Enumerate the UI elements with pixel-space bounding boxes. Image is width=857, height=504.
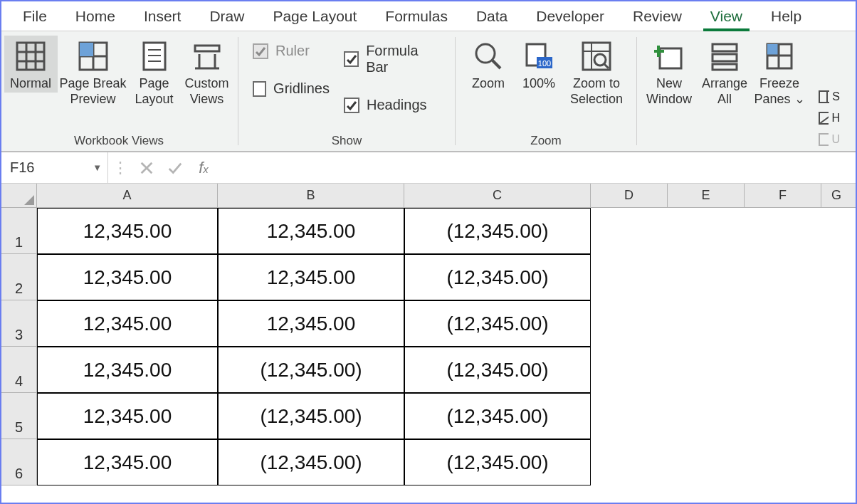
name-box[interactable]: F16 ▼ <box>1 152 108 183</box>
cell-C4[interactable]: (12,345.00) <box>404 347 591 393</box>
zoom-to-selection-button[interactable]: Zoom to Selection <box>564 36 629 108</box>
tab-draw[interactable]: Draw <box>195 4 258 29</box>
enter-formula-button[interactable] <box>161 152 189 183</box>
row-header[interactable]: 2 <box>1 254 37 300</box>
col-header-f[interactable]: F <box>745 184 821 207</box>
zoom-button[interactable]: Zoom <box>463 36 514 93</box>
insert-function-button[interactable]: fx <box>189 152 218 183</box>
new-window-button[interactable]: New Window <box>641 36 698 108</box>
row-header[interactable]: 1 <box>1 208 37 254</box>
cell-F4[interactable] <box>745 347 821 393</box>
row-header[interactable]: 3 <box>1 300 37 347</box>
cell-F5[interactable] <box>745 393 821 439</box>
cell-A5[interactable]: 12,345.00 <box>37 393 218 439</box>
formula-input[interactable] <box>218 152 856 183</box>
cell-C5[interactable]: (12,345.00) <box>404 393 591 439</box>
tab-home[interactable]: Home <box>61 4 130 29</box>
cell-D4[interactable] <box>591 347 668 393</box>
gridlines-label: Gridlines <box>273 80 330 97</box>
cell-C6[interactable]: (12,345.00) <box>404 439 591 485</box>
normal-view-button[interactable]: Normal <box>4 36 58 93</box>
cell-C3[interactable]: (12,345.00) <box>404 300 591 347</box>
page-break-preview-button[interactable]: Page Break Preview <box>58 36 129 108</box>
freeze-panes-button[interactable]: * Freeze Panes ⌄ <box>752 36 807 108</box>
cell-C2[interactable]: (12,345.00) <box>404 254 591 300</box>
cell-E4[interactable] <box>668 347 745 393</box>
cell-B1[interactable]: 12,345.00 <box>218 208 404 254</box>
cell-F2[interactable] <box>745 254 821 300</box>
tab-insert[interactable]: Insert <box>130 4 196 29</box>
cell-G3[interactable] <box>821 300 851 347</box>
cell-E2[interactable] <box>668 254 745 300</box>
cell-A2[interactable]: 12,345.00 <box>37 254 218 300</box>
tab-help[interactable]: Help <box>757 4 816 29</box>
formula-bar-checkbox[interactable]: Formula Bar <box>344 43 441 75</box>
cell-G5[interactable] <box>821 393 851 439</box>
cell-D5[interactable] <box>591 393 668 439</box>
col-header-g[interactable]: G <box>821 184 851 207</box>
cell-B3[interactable]: 12,345.00 <box>218 300 404 347</box>
cell-G2[interactable] <box>821 254 851 300</box>
col-header-c[interactable]: C <box>404 184 591 207</box>
gridlines-checkbox[interactable]: Gridlines <box>253 80 330 97</box>
cell-E3[interactable] <box>668 300 745 347</box>
cell-C1[interactable]: (12,345.00) <box>404 208 591 254</box>
unhide-label-partial: U <box>831 133 840 146</box>
cell-F6[interactable] <box>745 439 821 485</box>
tab-view[interactable]: View <box>696 4 757 29</box>
cell-A4[interactable]: 12,345.00 <box>37 347 218 393</box>
cell-A3[interactable]: 12,345.00 <box>37 300 218 347</box>
window-group-label <box>644 147 804 149</box>
tab-page-layout[interactable]: Page Layout <box>258 4 371 29</box>
col-header-d[interactable]: D <box>591 184 668 207</box>
headings-checkbox[interactable]: Headings <box>344 97 441 113</box>
col-header-a[interactable]: A <box>37 184 218 207</box>
unhide-button-partial[interactable]: U <box>819 132 840 147</box>
cell-F1[interactable] <box>745 208 821 254</box>
cell-G6[interactable] <box>821 439 851 485</box>
cell-D6[interactable] <box>591 439 668 485</box>
select-all-corner[interactable] <box>1 184 37 207</box>
tab-developer[interactable]: Developer <box>522 4 619 29</box>
custom-views-button[interactable]: Custom Views <box>180 36 234 108</box>
row-header[interactable]: 4 <box>1 347 37 393</box>
cell-D3[interactable] <box>591 300 668 347</box>
arrange-all-label: Arrange All <box>699 75 750 107</box>
cell-B2[interactable]: 12,345.00 <box>218 254 404 300</box>
freeze-panes-label: Freeze Panes ⌄ <box>753 75 806 107</box>
tab-review[interactable]: Review <box>619 4 696 29</box>
row-header[interactable]: 5 <box>1 393 37 439</box>
row-header[interactable]: 6 <box>1 439 37 485</box>
tab-file[interactable]: File <box>9 4 61 29</box>
cell-B6[interactable]: (12,345.00) <box>218 439 404 485</box>
cell-E5[interactable] <box>668 393 745 439</box>
page-layout-button[interactable]: Page Layout <box>129 36 180 108</box>
cell-B4[interactable]: (12,345.00) <box>218 347 404 393</box>
cell-E6[interactable] <box>668 439 745 485</box>
col-header-e[interactable]: E <box>668 184 745 207</box>
svg-rect-32 <box>713 64 737 70</box>
normal-view-label: Normal <box>10 75 51 91</box>
cell-D1[interactable] <box>591 208 668 254</box>
cell-G4[interactable] <box>821 347 851 393</box>
ribbon-tabs: File Home Insert Draw Page Layout Formul… <box>1 1 856 31</box>
cell-F3[interactable] <box>745 300 821 347</box>
ruler-checkbox[interactable]: Ruler <box>253 43 330 59</box>
arrange-all-button[interactable]: Arrange All <box>698 36 752 108</box>
cell-D2[interactable] <box>591 254 668 300</box>
cell-E1[interactable] <box>668 208 745 254</box>
hide-button-partial[interactable]: H <box>819 111 840 125</box>
tab-formulas[interactable]: Formulas <box>371 4 462 29</box>
custom-views-label: Custom Views <box>182 75 233 107</box>
cell-A1[interactable]: 12,345.00 <box>37 208 218 254</box>
svg-rect-8 <box>80 43 93 56</box>
cell-A6[interactable]: 12,345.00 <box>37 439 218 485</box>
zoom-100-button[interactable]: 100 100% <box>514 36 564 93</box>
cancel-formula-button[interactable] <box>132 152 161 183</box>
col-header-b[interactable]: B <box>218 184 404 207</box>
tab-data[interactable]: Data <box>462 4 522 29</box>
cell-B5[interactable]: (12,345.00) <box>218 393 404 439</box>
cell-G1[interactable] <box>821 208 851 254</box>
split-button-partial[interactable]: S <box>819 90 840 104</box>
hide-label-partial: H <box>831 112 840 125</box>
